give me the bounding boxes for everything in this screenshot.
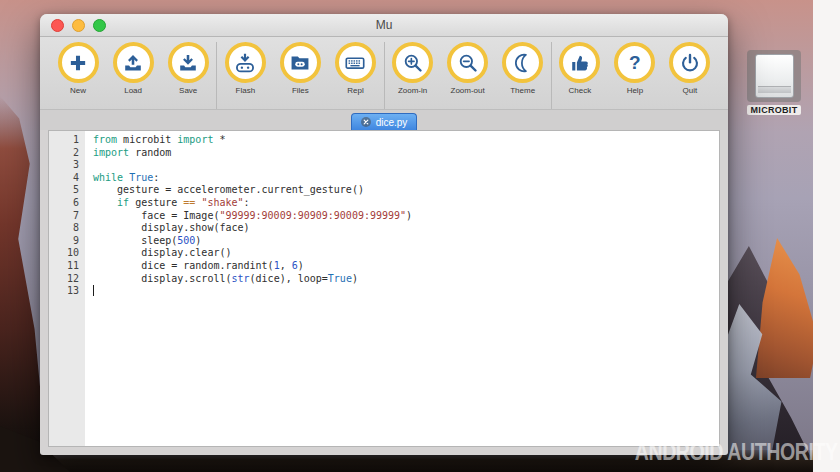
toolbar-button-theme[interactable]: Theme (496, 42, 550, 95)
code-line: from microbit import * (93, 134, 719, 147)
line-number: 4 (49, 172, 79, 185)
save-icon (168, 42, 209, 83)
line-number: 11 (49, 260, 79, 273)
code-line: while True: (93, 172, 719, 185)
close-icon[interactable] (361, 117, 371, 127)
code-line (93, 285, 719, 298)
code-line: display.scroll(str(dice), loop=True) (93, 273, 719, 286)
mu-window: Mu NewLoadSaveFlashFilesReplZoom-inZoom-… (40, 14, 728, 455)
toolbar-button-help[interactable]: ?Help (608, 42, 662, 95)
window-controls (51, 14, 106, 36)
line-number: 7 (49, 210, 79, 223)
zoom-out-icon (447, 42, 488, 83)
line-number: 13 (49, 285, 79, 298)
line-number: 3 (49, 159, 79, 172)
toolbar-button-label: Flash (236, 86, 256, 95)
code-area[interactable]: from microbit import *import randomwhile… (85, 131, 719, 446)
toolbar-button-flash[interactable]: Flash (218, 42, 272, 95)
code-line: face = Image("99999:90009:90909:90009:99… (93, 210, 719, 223)
tab-dice-py[interactable]: dice.py (351, 113, 418, 130)
zoom-in-icon (392, 42, 433, 83)
code-line (93, 159, 719, 172)
repl-icon (335, 42, 376, 83)
toolbar-button-label: Repl (347, 86, 363, 95)
tab-bar: dice.py (40, 110, 728, 130)
toolbar-button-quit[interactable]: Quit (663, 42, 717, 95)
close-button[interactable] (51, 19, 64, 32)
line-number: 2 (49, 147, 79, 160)
toolbar-group: NewLoadSave (50, 42, 216, 109)
files-icon (280, 42, 321, 83)
check-icon (559, 42, 600, 83)
code-line: display.clear() (93, 247, 719, 260)
code-line: import random (93, 147, 719, 160)
line-number: 12 (49, 273, 79, 286)
external-drive-icon (755, 54, 794, 98)
code-line: gesture = accelerometer.current_gesture(… (93, 184, 719, 197)
toolbar-button-label: Save (179, 86, 197, 95)
drive-selection-highlight (747, 50, 801, 102)
quit-icon (669, 42, 710, 83)
toolbar-group: Zoom-inZoom-outTheme (384, 42, 551, 109)
theme-icon (502, 42, 543, 83)
tab-label: dice.py (376, 117, 408, 128)
line-number: 5 (49, 184, 79, 197)
code-editor[interactable]: 12345678910111213 from microbit import *… (48, 130, 720, 447)
code-line: if gesture == "shake": (93, 197, 719, 210)
toolbar-button-label: Help (627, 86, 643, 95)
toolbar-button-repl[interactable]: Repl (328, 42, 382, 95)
line-number: 8 (49, 222, 79, 235)
toolbar-button-label: Files (292, 86, 309, 95)
toolbar-button-label: New (70, 86, 86, 95)
toolbar-button-files[interactable]: Files (273, 42, 327, 95)
toolbar-button-new[interactable]: New (51, 42, 105, 95)
toolbar-group: Check?HelpQuit (551, 42, 718, 109)
line-number: 6 (49, 197, 79, 210)
code-line: dice = random.randint(1, 6) (93, 260, 719, 273)
toolbar-button-label: Zoom-in (398, 86, 427, 95)
toolbar-button-check[interactable]: Check (553, 42, 607, 95)
line-number: 1 (49, 134, 79, 147)
toolbar-button-label: Load (124, 86, 142, 95)
code-line: display.show(face) (93, 222, 719, 235)
toolbar-group: FlashFilesRepl (216, 42, 383, 109)
load-icon (113, 42, 154, 83)
window-titlebar[interactable]: Mu (40, 14, 728, 37)
toolbar-button-label: Zoom-out (451, 86, 485, 95)
window-title: Mu (376, 18, 393, 32)
help-icon: ? (614, 42, 655, 83)
toolbar-button-label: Check (568, 86, 591, 95)
zoom-button[interactable] (93, 19, 106, 32)
new-icon (58, 42, 99, 83)
toolbar: NewLoadSaveFlashFilesReplZoom-inZoom-out… (40, 37, 728, 110)
watermark: ANDROID AUTHORITY (635, 439, 838, 466)
toolbar-button-zoom-out[interactable]: Zoom-out (441, 42, 495, 95)
toolbar-button-label: Quit (683, 86, 698, 95)
drive-slot (758, 86, 791, 93)
flash-icon (225, 42, 266, 83)
toolbar-button-zoom-in[interactable]: Zoom-in (386, 42, 440, 95)
minimize-button[interactable] (72, 19, 85, 32)
toolbar-button-label: Theme (510, 86, 535, 95)
code-line: sleep(500) (93, 235, 719, 248)
line-number: 9 (49, 235, 79, 248)
desktop-drive-microbit[interactable]: MICROBIT (744, 50, 804, 115)
screen-right-margin (813, 0, 840, 472)
text-cursor (93, 285, 94, 296)
toolbar-button-load[interactable]: Load (106, 42, 160, 95)
toolbar-button-save[interactable]: Save (161, 42, 215, 95)
line-number: 10 (49, 247, 79, 260)
line-number-gutter: 12345678910111213 (49, 131, 85, 446)
drive-label: MICROBIT (747, 105, 802, 115)
